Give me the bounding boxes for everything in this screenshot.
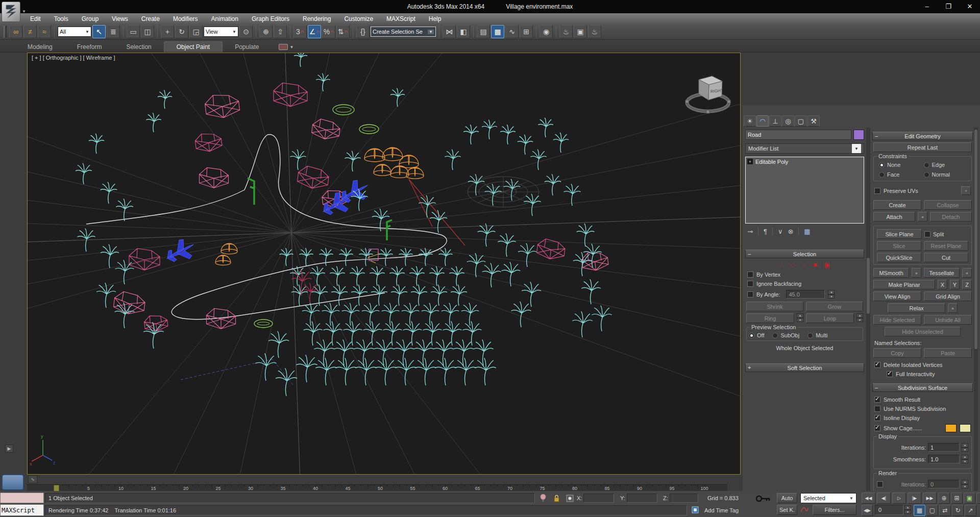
set-key-button[interactable]: Set K. xyxy=(777,505,797,515)
open-mini-curve-editor-button[interactable]: ∿ xyxy=(28,475,37,483)
menu-modifiers[interactable]: Modifiers xyxy=(166,13,205,24)
zoom-all-icon[interactable]: ⊞ xyxy=(951,493,963,504)
constraint-none-radio[interactable] xyxy=(879,162,885,168)
split-checkbox[interactable] xyxy=(924,231,930,237)
preview-multi-radio[interactable] xyxy=(807,333,813,338)
collapse-button[interactable]: Collapse xyxy=(924,200,972,210)
ribbon-tab-modeling[interactable]: Modeling xyxy=(15,42,65,52)
unlink-selection-icon[interactable]: ≠ xyxy=(23,25,37,38)
msmooth-button[interactable]: MSmooth xyxy=(873,268,909,278)
rectangular-selection-region-icon[interactable]: ▭ xyxy=(127,25,140,38)
field-of-view-icon[interactable]: ▢ xyxy=(926,505,938,516)
make-unique-icon[interactable]: ∨ xyxy=(778,228,783,235)
key-filters-button[interactable]: Filters... xyxy=(813,505,856,515)
selection-lock-icon[interactable] xyxy=(551,494,561,503)
tab-utilities[interactable]: ⚒ xyxy=(807,115,820,127)
zoom-icon[interactable]: ⊕ xyxy=(938,493,950,504)
tab-modify[interactable]: ◠ xyxy=(756,115,769,127)
render-iterations-spinner[interactable]: ▲▼ xyxy=(962,480,968,488)
ring-button[interactable]: Ring xyxy=(746,313,794,323)
viewport-orthographic[interactable]: [ + ] [ Orthographic ] [ Wireframe ] xyz… xyxy=(27,53,741,475)
slice-button[interactable]: Slice xyxy=(877,241,921,251)
show-cage-checkbox[interactable] xyxy=(874,425,880,431)
key-filters-curve-icon[interactable] xyxy=(799,505,810,514)
tessellate-settings-button[interactable]: ▫ xyxy=(962,268,972,278)
select-and-rotate-button[interactable]: ↻ xyxy=(175,25,188,38)
cut-button[interactable]: Cut xyxy=(924,253,968,262)
stack-item-editable-poly[interactable]: + Editable Poly xyxy=(746,157,864,166)
menu-group[interactable]: Group xyxy=(75,13,105,24)
msmooth-settings-button[interactable]: ▫ xyxy=(912,268,921,278)
preserve-uvs-settings-button[interactable]: ▫ xyxy=(961,186,971,195)
make-planar-y-button[interactable]: Y xyxy=(950,280,960,289)
menu-views[interactable]: Views xyxy=(105,13,135,24)
reference-coordinate-system-combo[interactable]: View▼ xyxy=(204,27,238,37)
make-planar-z-button[interactable]: Z xyxy=(962,280,972,289)
by-vertex-checkbox[interactable] xyxy=(747,272,753,278)
keyboard-shortcut-override-button[interactable]: ⇧ xyxy=(274,25,287,38)
object-name-field[interactable]: Road xyxy=(745,130,851,140)
shrink-button[interactable]: Shrink xyxy=(746,302,803,311)
panel-scrollbar-right[interactable] xyxy=(974,128,978,517)
preview-off-radio[interactable] xyxy=(749,333,754,338)
named-selection-sets-combo[interactable]: Create Selection Se▼ xyxy=(371,27,436,37)
ribbon-expand-arrow[interactable]: ▶ xyxy=(5,445,13,453)
select-and-scale-button[interactable]: ◲ xyxy=(189,25,203,38)
menu-edit[interactable]: Edit xyxy=(23,13,47,24)
repeat-last-button[interactable]: Repeat Last xyxy=(873,142,972,152)
full-interactivity-checkbox[interactable] xyxy=(887,371,893,377)
viewcube[interactable] xyxy=(680,73,736,119)
play-button[interactable]: ▷ xyxy=(892,493,906,504)
toolbar-grip[interactable] xyxy=(4,26,7,38)
select-and-move-button[interactable]: + xyxy=(161,25,174,38)
timeline-ruler[interactable]: 0510152025303540455055606570758085909510… xyxy=(27,484,727,491)
cage-color-swatch-1[interactable] xyxy=(945,424,957,432)
snaps-toggle-button[interactable]: 3∩ xyxy=(293,25,307,38)
attach-button[interactable]: Attach xyxy=(873,212,915,221)
tab-motion[interactable]: ◎ xyxy=(782,115,794,127)
paste-button[interactable]: Paste xyxy=(924,348,972,358)
ribbon-tab-selection[interactable]: Selection xyxy=(114,42,163,52)
create-button[interactable]: Create xyxy=(873,200,921,210)
constraint-normal-radio[interactable] xyxy=(924,172,929,178)
go-to-start-button[interactable]: ◀◀ xyxy=(862,493,875,504)
make-planar-button[interactable]: Make Planar xyxy=(873,280,935,289)
show-end-result-icon[interactable]: ¶ xyxy=(764,228,767,235)
by-angle-spinner[interactable]: ▲▼ xyxy=(828,290,835,299)
render-iterations-field[interactable]: 0 xyxy=(928,480,960,488)
view-align-button[interactable]: View Align xyxy=(873,291,921,301)
vertex-icon[interactable]: ∴ xyxy=(779,261,783,268)
slice-plane-button[interactable]: Slice Plane xyxy=(877,229,922,239)
modifier-list-combo[interactable]: Modifier List ▼ xyxy=(745,143,864,154)
grow-button[interactable]: Grow xyxy=(806,302,863,311)
tab-display[interactable]: ▢ xyxy=(795,115,807,127)
align-button[interactable]: ◧ xyxy=(457,25,470,38)
border-icon[interactable]: ○ xyxy=(802,261,806,268)
ribbon-tab-populate[interactable]: Populate xyxy=(223,42,271,52)
menu-graph-editors[interactable]: Graph Editors xyxy=(245,13,296,24)
spinner-snap-toggle-button[interactable]: ⇅∩ xyxy=(336,25,350,38)
communicate-balloon-icon[interactable] xyxy=(538,494,548,503)
loop-button[interactable]: Loop xyxy=(806,313,854,323)
schematic-view-button[interactable]: ⊞ xyxy=(520,25,533,38)
zoom-extents-all-icon[interactable]: ⊡ xyxy=(976,493,980,504)
previous-frame-button[interactable]: ◀| xyxy=(877,493,891,504)
constraint-edge-radio[interactable] xyxy=(924,162,929,168)
y-coordinate-field[interactable] xyxy=(627,494,657,503)
render-production-button[interactable]: ♨ xyxy=(588,25,601,38)
selection-rollout-header[interactable]: – Selection xyxy=(745,250,864,258)
select-and-link-icon[interactable]: ∞ xyxy=(9,25,22,38)
constraint-face-radio[interactable] xyxy=(879,172,885,178)
polygon-icon[interactable]: ■ xyxy=(813,261,817,268)
z-coordinate-field[interactable] xyxy=(670,494,698,503)
time-configuration-icon[interactable]: ▦ xyxy=(914,505,925,516)
menu-customize[interactable]: Customize xyxy=(337,13,380,24)
macro-recorder-line[interactable] xyxy=(0,493,44,503)
manage-layers-button[interactable]: ▤ xyxy=(477,25,490,38)
configure-modifier-sets-icon[interactable]: ▦ xyxy=(804,228,810,235)
menu-rendering[interactable]: Rendering xyxy=(296,13,337,24)
by-angle-checkbox[interactable] xyxy=(747,291,753,298)
add-time-tag-label[interactable]: Add Time Tag xyxy=(701,505,743,515)
use-pivot-point-center-button[interactable]: ⊙ xyxy=(239,25,253,38)
add-time-tag-icon[interactable] xyxy=(690,505,700,514)
